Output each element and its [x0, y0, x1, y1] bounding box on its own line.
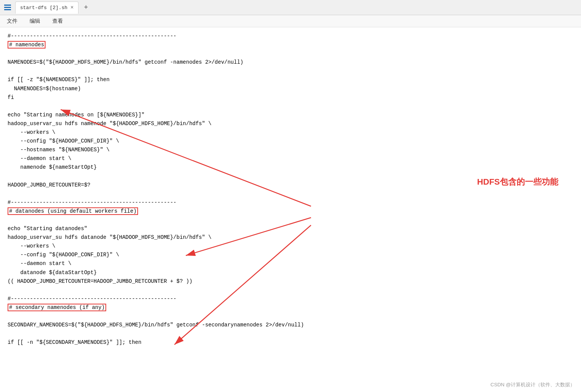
code-line-blank9 [8, 329, 573, 338]
code-line-blank2 [8, 67, 573, 75]
code-line-20: # datanodes (using default workers file) [8, 207, 573, 216]
code-line-23: hadoop_uservar_su hdfs datanode "${HADOO… [8, 233, 573, 242]
code-line-blank6 [8, 216, 573, 224]
new-tab-button[interactable]: + [82, 4, 90, 11]
code-line-blank8 [8, 312, 573, 321]
code-line-blank3 [8, 102, 573, 111]
code-line-14: --daemon start \ [8, 154, 573, 163]
code-line-0: #---------------------------------------… [8, 32, 573, 41]
secondary-namenodes-highlight: # secondary namenodes (if any) [8, 304, 106, 311]
code-line-1: # namenodes [8, 41, 573, 49]
watermark: CSDN @计算机设计（软件、大数据） [490, 381, 575, 389]
code-area: #---------------------------------------… [0, 27, 581, 392]
code-line-3: NAMENODES=$("${HADOOP_HDFS_HOME}/bin/hdf… [8, 58, 573, 67]
code-line-6: NAMENODES=$(hostname) [8, 85, 573, 93]
menu-bar: 文件 编辑 查看 [0, 15, 581, 27]
code-line-13: --hostnames "${NAMENODES}" \ [8, 146, 573, 154]
code-line-7: fi [8, 93, 573, 102]
code-line-35: if [[ -n "${SECONDARY_NAMENODES}" ]]; th… [8, 338, 573, 347]
code-line-12: --config "${HADOOP_CONF_DIR}" \ [8, 137, 573, 146]
namenodes-highlight: # namenodes [8, 41, 46, 49]
code-line-25: --config "${HADOOP_CONF_DIR}" \ [8, 251, 573, 259]
code-line-30: #---------------------------------------… [8, 295, 573, 303]
code-line-blank1 [8, 49, 573, 58]
code-line-19: #---------------------------------------… [8, 198, 573, 207]
datanodes-highlight: # datanodes (using default workers file) [8, 207, 138, 215]
code-line-10: hadoop_uservar_su hdfs namenode "${HADOO… [8, 119, 573, 128]
menu-edit[interactable]: 编辑 [27, 16, 42, 26]
code-line-11: --workers \ [8, 128, 573, 137]
code-line-28: (( HADOOP_JUMBO_RETCOUNTER=HADOOP_JUMBO_… [8, 277, 573, 286]
code-line-31: # secondary namenodes (if any) [8, 303, 573, 312]
code-line-22: echo "Starting datanodes" [8, 224, 573, 233]
code-line-24: --workers \ [8, 242, 573, 251]
code-line-blank7 [8, 286, 573, 295]
code-line-9: echo "Starting namenodes on [${NAMENODES… [8, 111, 573, 119]
title-bar: start-dfs [2].sh × + [0, 0, 581, 15]
code-line-33: SECONDARY_NAMENODES=$("${HADOOP_HDFS_HOM… [8, 321, 573, 329]
code-line-15: namenode ${nameStartOpt} [8, 163, 573, 172]
file-tab[interactable]: start-dfs [2].sh × [15, 2, 79, 14]
menu-file[interactable]: 文件 [5, 16, 20, 26]
menu-view[interactable]: 查看 [50, 16, 65, 26]
code-line-27: datanode ${dataStartOpt} [8, 268, 573, 277]
code-line-26: --daemon start \ [8, 259, 573, 268]
hdfs-annotation: HDFS包含的一些功能 [477, 175, 558, 188]
app-icon [3, 4, 12, 11]
code-line-blank5 [8, 190, 573, 198]
code-line-5: if [[ -z "${NAMENODES}" ]]; then [8, 75, 573, 84]
tab-label: start-dfs [2].sh [20, 5, 68, 11]
tab-close-button[interactable]: × [71, 5, 74, 11]
